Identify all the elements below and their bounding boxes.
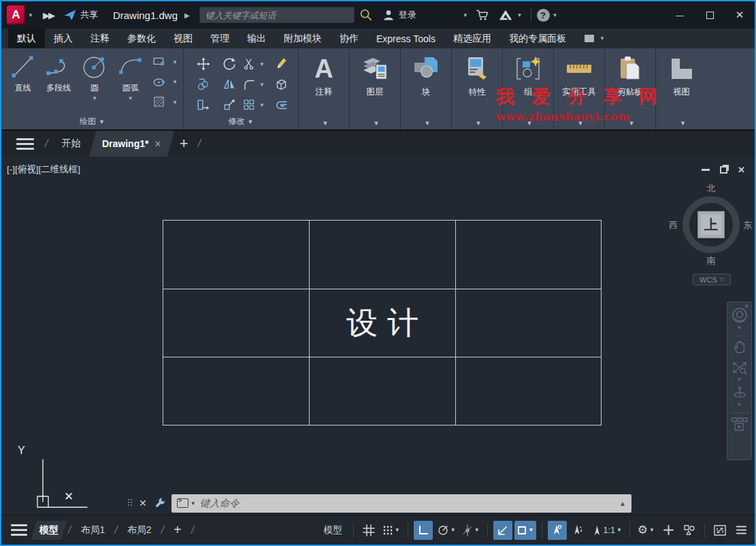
utilities-panel-expander[interactable]: ▼: [554, 118, 604, 127]
scale-button[interactable]: [223, 98, 236, 112]
offset-button[interactable]: [274, 98, 288, 112]
annotate-label[interactable]: 注释: [316, 86, 333, 98]
ribbon-tab-annotate[interactable]: 注释: [82, 29, 118, 48]
viewcube-west[interactable]: 西: [669, 219, 678, 231]
zoom-dropdown-icon[interactable]: ▼: [737, 376, 742, 383]
copy-button[interactable]: [197, 78, 210, 91]
new-layout-button[interactable]: +: [168, 519, 187, 541]
box-button[interactable]: [274, 78, 288, 91]
close-tab-icon[interactable]: ✕: [154, 139, 162, 149]
model-tab[interactable]: 模型: [31, 521, 67, 540]
snap-toggle[interactable]: ▼: [380, 521, 402, 540]
block-icon[interactable]: [410, 54, 442, 84]
showmotion-icon[interactable]: [731, 416, 749, 432]
iso-dropdown-icon[interactable]: ▼: [474, 527, 480, 533]
layers-label[interactable]: 图层: [367, 86, 384, 98]
ribbon-tab-home[interactable]: 默认: [8, 29, 45, 48]
rectangle-button[interactable]: ▼: [152, 54, 180, 70]
navbar-close-icon[interactable]: ✕: [744, 303, 749, 310]
viewcube-east[interactable]: 东: [743, 219, 752, 231]
utilities-label[interactable]: 实用工具: [562, 86, 596, 98]
clean-screen-button[interactable]: [710, 521, 729, 540]
ellipse-button[interactable]: ▼: [152, 74, 180, 91]
properties-panel-expander[interactable]: ▼: [452, 118, 502, 127]
wcs-dropdown[interactable]: WCS▽: [693, 274, 731, 285]
workspace-switching-button[interactable]: ⚙▼: [636, 521, 657, 540]
ribbon-tab-featured-apps[interactable]: 精选应用: [444, 29, 500, 48]
array-button[interactable]: ▼: [243, 99, 267, 111]
command-input[interactable]: [200, 498, 615, 509]
hatch-button[interactable]: ▼: [152, 94, 180, 110]
command-dropdown-icon[interactable]: ▼: [191, 500, 196, 507]
zoom-extents-icon[interactable]: [732, 359, 748, 376]
trim-dropdown-icon[interactable]: ▼: [259, 61, 265, 67]
layout2-tab[interactable]: 布局2: [122, 521, 157, 540]
modify-panel-title[interactable]: 修改▼: [184, 116, 298, 127]
fillet-button[interactable]: ▼: [243, 78, 267, 91]
annotate-panel-expander[interactable]: ▼: [299, 118, 349, 127]
viewcube-south[interactable]: 南: [667, 255, 755, 267]
layers-icon[interactable]: [359, 54, 391, 84]
command-history-icon[interactable]: ▲: [619, 500, 626, 507]
title-caret-icon[interactable]: ▶: [184, 12, 190, 19]
ribbon-tab-insert[interactable]: 插入: [45, 29, 82, 48]
command-prompt-icon[interactable]: [177, 498, 188, 508]
clipboard-icon[interactable]: [614, 54, 646, 84]
viewport-restore-icon[interactable]: [720, 166, 727, 174]
move-button[interactable]: [197, 57, 210, 71]
object-snap-toggle[interactable]: ▼: [514, 521, 536, 540]
autodesk-caret-icon[interactable]: ▼: [517, 12, 523, 18]
trim-button[interactable]: ▼: [243, 58, 267, 70]
osnap-dropdown-icon[interactable]: ▼: [529, 527, 534, 533]
array-dropdown-icon[interactable]: ▼: [259, 102, 265, 108]
erase-button[interactable]: [274, 57, 288, 71]
sign-in-button[interactable]: 登录: [378, 8, 421, 22]
arc-dropdown-icon[interactable]: ▼: [128, 95, 133, 101]
groups-panel-expander[interactable]: ▼: [503, 118, 553, 127]
polar-dropdown-icon[interactable]: ▼: [450, 527, 456, 533]
view-panel-expander[interactable]: ▼: [656, 118, 707, 127]
workspace-dropdown-icon[interactable]: ▼: [649, 527, 655, 533]
command-input-bar[interactable]: ▼ ▲: [171, 494, 631, 513]
block-panel-expander[interactable]: ▼: [401, 118, 451, 127]
isolate-objects-button[interactable]: [680, 521, 699, 540]
layout1-tab[interactable]: 布局1: [75, 521, 110, 540]
minimize-button[interactable]: ─: [665, 1, 695, 29]
snap-dropdown-icon[interactable]: ▼: [395, 527, 400, 533]
mirror-button[interactable]: [223, 78, 236, 91]
file-tabs-menu-icon[interactable]: [16, 131, 34, 157]
ribbon-tab-collaborate[interactable]: 协作: [331, 29, 367, 48]
start-tab[interactable]: 开始: [52, 131, 90, 157]
arc-button[interactable]: 圆弧 ▼: [113, 52, 148, 114]
clipboard-panel-expander[interactable]: ▼: [605, 118, 655, 127]
ribbon-tab-custom-panel[interactable]: 我的专属面板: [500, 29, 575, 48]
app-menu-button[interactable]: A: [7, 5, 25, 25]
object-snap-tracking-toggle[interactable]: [493, 521, 512, 540]
drawing-canvas[interactable]: [-][俯视][二维线框] ✕ 设计 北 上 西 东 南 WCS▽ ✕: [1, 157, 755, 515]
properties-label[interactable]: 特性: [469, 86, 486, 98]
viewport-close-icon[interactable]: ✕: [738, 165, 745, 175]
command-wrench-icon[interactable]: [154, 497, 166, 509]
grid-toggle[interactable]: [359, 521, 378, 540]
polar-tracking-toggle[interactable]: ▼: [435, 521, 458, 540]
pan-hand-icon[interactable]: [732, 339, 748, 355]
cart-icon[interactable]: [475, 7, 490, 22]
view-icon[interactable]: [666, 54, 697, 84]
search-icon[interactable]: [359, 7, 374, 22]
circle-button[interactable]: 圆 ▼: [78, 52, 112, 114]
rectangle-dropdown-icon[interactable]: ▼: [172, 59, 178, 65]
polyline-button[interactable]: 多段线: [42, 52, 76, 114]
share-button[interactable]: 共享: [59, 8, 102, 22]
drawing-table[interactable]: 设计: [163, 220, 602, 425]
draw-panel-title[interactable]: 绘图▼: [1, 116, 183, 127]
block-label[interactable]: 块: [422, 86, 431, 98]
orbit-icon[interactable]: [732, 385, 748, 401]
scale-dropdown-icon[interactable]: ▼: [617, 527, 622, 533]
rotate-button[interactable]: [223, 57, 236, 71]
help-icon[interactable]: ?: [537, 9, 550, 22]
stretch-button[interactable]: [197, 98, 210, 112]
orbit-dropdown-icon[interactable]: ▼: [737, 402, 742, 408]
autoscale-toggle[interactable]: [569, 521, 588, 540]
iso-drafting-toggle[interactable]: ▼: [460, 521, 482, 540]
model-space-button[interactable]: 模型: [318, 524, 348, 536]
